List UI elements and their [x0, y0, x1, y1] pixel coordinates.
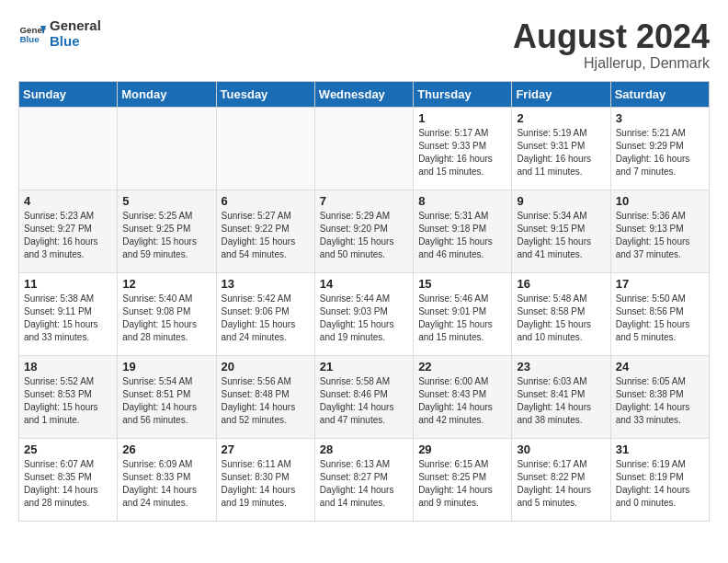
day-number: 1: [418, 111, 506, 125]
title-block: August 2024 Hjallerup, Denmark: [513, 18, 710, 72]
day-number: 8: [418, 194, 506, 208]
day-info: Sunrise: 5:38 AMSunset: 9:11 PMDaylight:…: [24, 293, 112, 344]
day-info: Sunrise: 6:00 AMSunset: 8:43 PMDaylight:…: [418, 375, 506, 427]
day-cell: 18Sunrise: 5:52 AMSunset: 8:53 PMDayligh…: [19, 355, 118, 438]
day-info: Sunrise: 5:21 AMSunset: 9:29 PMDaylight:…: [616, 127, 704, 178]
day-number: 7: [320, 194, 408, 208]
day-info: Sunrise: 5:17 AMSunset: 9:33 PMDaylight:…: [418, 127, 506, 178]
day-info: Sunrise: 6:09 AMSunset: 8:33 PMDaylight:…: [122, 458, 210, 510]
page-header: General Blue General Blue August 2024 Hj…: [18, 18, 710, 72]
day-info: Sunrise: 5:58 AMSunset: 8:46 PMDaylight:…: [320, 375, 408, 427]
day-number: 25: [24, 442, 112, 456]
day-info: Sunrise: 5:23 AMSunset: 9:27 PMDaylight:…: [24, 210, 112, 261]
day-cell: [19, 107, 118, 190]
day-cell: 28Sunrise: 6:13 AMSunset: 8:27 PMDayligh…: [314, 438, 413, 521]
day-info: Sunrise: 5:25 AMSunset: 9:25 PMDaylight:…: [122, 210, 210, 261]
day-cell: 6Sunrise: 5:27 AMSunset: 9:22 PMDaylight…: [216, 190, 314, 272]
header-friday: Friday: [512, 81, 610, 107]
day-info: Sunrise: 5:19 AMSunset: 9:31 PMDaylight:…: [517, 127, 605, 178]
day-info: Sunrise: 5:34 AMSunset: 9:15 PMDaylight:…: [517, 210, 605, 261]
logo: General Blue General Blue: [18, 18, 101, 49]
day-number: 24: [616, 360, 704, 373]
day-cell: 7Sunrise: 5:29 AMSunset: 9:20 PMDaylight…: [314, 190, 413, 272]
day-number: 13: [222, 277, 310, 291]
day-cell: 8Sunrise: 5:31 AMSunset: 9:18 PMDaylight…: [414, 190, 512, 272]
day-cell: 15Sunrise: 5:46 AMSunset: 9:01 PMDayligh…: [414, 272, 512, 355]
location-subtitle: Hjallerup, Denmark: [513, 55, 710, 72]
day-cell: 17Sunrise: 5:50 AMSunset: 8:56 PMDayligh…: [610, 272, 709, 355]
svg-text:Blue: Blue: [20, 34, 40, 44]
day-cell: 29Sunrise: 6:15 AMSunset: 8:25 PMDayligh…: [414, 438, 512, 521]
day-cell: 20Sunrise: 5:56 AMSunset: 8:48 PMDayligh…: [216, 355, 314, 438]
header-thursday: Thursday: [414, 81, 512, 107]
day-number: 28: [320, 442, 408, 456]
logo-general-text: General: [50, 18, 101, 34]
day-number: 11: [24, 277, 112, 291]
logo-blue-text: Blue: [50, 34, 101, 50]
day-cell: 10Sunrise: 5:36 AMSunset: 9:13 PMDayligh…: [610, 190, 709, 272]
day-cell: 16Sunrise: 5:48 AMSunset: 8:58 PMDayligh…: [512, 272, 610, 355]
day-number: 16: [517, 277, 605, 291]
day-info: Sunrise: 5:56 AMSunset: 8:48 PMDaylight:…: [222, 375, 310, 427]
day-cell: 4Sunrise: 5:23 AMSunset: 9:27 PMDaylight…: [19, 190, 118, 272]
logo-icon: General Blue: [18, 20, 46, 48]
day-cell: 12Sunrise: 5:40 AMSunset: 9:08 PMDayligh…: [118, 272, 216, 355]
day-number: 14: [320, 277, 408, 291]
day-info: Sunrise: 6:11 AMSunset: 8:30 PMDaylight:…: [222, 458, 310, 510]
day-cell: 21Sunrise: 5:58 AMSunset: 8:46 PMDayligh…: [314, 355, 413, 438]
day-info: Sunrise: 6:19 AMSunset: 8:19 PMDaylight:…: [616, 458, 704, 510]
day-cell: 22Sunrise: 6:00 AMSunset: 8:43 PMDayligh…: [414, 355, 512, 438]
day-number: 5: [122, 194, 210, 208]
day-number: 2: [517, 111, 605, 125]
day-cell: 31Sunrise: 6:19 AMSunset: 8:19 PMDayligh…: [610, 438, 709, 521]
day-number: 6: [222, 194, 310, 208]
week-row-1: 1Sunrise: 5:17 AMSunset: 9:33 PMDaylight…: [19, 107, 710, 190]
day-number: 19: [122, 360, 210, 373]
day-number: 20: [222, 360, 310, 373]
day-cell: 19Sunrise: 5:54 AMSunset: 8:51 PMDayligh…: [118, 355, 216, 438]
month-year-title: August 2024: [513, 18, 710, 55]
day-info: Sunrise: 5:44 AMSunset: 9:03 PMDaylight:…: [320, 293, 408, 344]
day-number: 22: [418, 360, 506, 373]
day-number: 4: [24, 194, 112, 208]
day-cell: 5Sunrise: 5:25 AMSunset: 9:25 PMDaylight…: [118, 190, 216, 272]
day-info: Sunrise: 5:50 AMSunset: 8:56 PMDaylight:…: [616, 293, 704, 344]
day-number: 27: [222, 442, 310, 456]
day-info: Sunrise: 5:46 AMSunset: 9:01 PMDaylight:…: [418, 293, 506, 344]
week-row-5: 25Sunrise: 6:07 AMSunset: 8:35 PMDayligh…: [19, 438, 710, 521]
day-cell: 2Sunrise: 5:19 AMSunset: 9:31 PMDaylight…: [512, 107, 610, 190]
day-cell: [216, 107, 314, 190]
day-cell: 1Sunrise: 5:17 AMSunset: 9:33 PMDaylight…: [414, 107, 512, 190]
day-number: 30: [517, 442, 605, 456]
day-number: 17: [616, 277, 704, 291]
day-info: Sunrise: 5:42 AMSunset: 9:06 PMDaylight:…: [222, 293, 310, 344]
day-cell: 26Sunrise: 6:09 AMSunset: 8:33 PMDayligh…: [118, 438, 216, 521]
day-info: Sunrise: 6:13 AMSunset: 8:27 PMDaylight:…: [320, 458, 408, 510]
day-cell: 13Sunrise: 5:42 AMSunset: 9:06 PMDayligh…: [216, 272, 314, 355]
calendar-table: SundayMondayTuesdayWednesdayThursdayFrid…: [18, 81, 710, 522]
day-info: Sunrise: 5:29 AMSunset: 9:20 PMDaylight:…: [320, 210, 408, 261]
day-info: Sunrise: 5:36 AMSunset: 9:13 PMDaylight:…: [616, 210, 704, 261]
day-cell: 24Sunrise: 6:05 AMSunset: 8:38 PMDayligh…: [610, 355, 709, 438]
header-saturday: Saturday: [610, 81, 709, 107]
day-number: 3: [616, 111, 704, 125]
week-row-3: 11Sunrise: 5:38 AMSunset: 9:11 PMDayligh…: [19, 272, 710, 355]
header-monday: Monday: [118, 81, 216, 107]
day-number: 10: [616, 194, 704, 208]
day-info: Sunrise: 6:17 AMSunset: 8:22 PMDaylight:…: [517, 458, 605, 510]
day-number: 21: [320, 360, 408, 373]
day-number: 12: [122, 277, 210, 291]
day-cell: 3Sunrise: 5:21 AMSunset: 9:29 PMDaylight…: [610, 107, 709, 190]
day-info: Sunrise: 5:52 AMSunset: 8:53 PMDaylight:…: [24, 375, 112, 427]
day-number: 23: [517, 360, 605, 373]
day-number: 31: [616, 442, 704, 456]
day-info: Sunrise: 5:31 AMSunset: 9:18 PMDaylight:…: [418, 210, 506, 261]
day-info: Sunrise: 6:07 AMSunset: 8:35 PMDaylight:…: [24, 458, 112, 510]
day-number: 18: [24, 360, 112, 373]
day-number: 15: [418, 277, 506, 291]
day-info: Sunrise: 6:05 AMSunset: 8:38 PMDaylight:…: [616, 375, 704, 427]
header-tuesday: Tuesday: [216, 81, 314, 107]
day-info: Sunrise: 5:40 AMSunset: 9:08 PMDaylight:…: [122, 293, 210, 344]
day-cell: 9Sunrise: 5:34 AMSunset: 9:15 PMDaylight…: [512, 190, 610, 272]
day-info: Sunrise: 6:03 AMSunset: 8:41 PMDaylight:…: [517, 375, 605, 427]
